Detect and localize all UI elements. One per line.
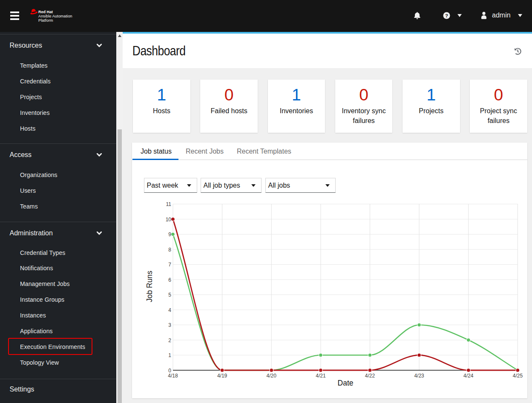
svg-text:4/20: 4/20 bbox=[267, 373, 277, 379]
svg-text:Job Runs: Job Runs bbox=[145, 271, 154, 302]
svg-text:4/21: 4/21 bbox=[316, 373, 326, 379]
svg-text:?: ? bbox=[445, 13, 448, 18]
svg-text:5: 5 bbox=[168, 292, 171, 298]
svg-text:7: 7 bbox=[168, 262, 171, 268]
svg-text:8: 8 bbox=[168, 247, 171, 253]
svg-text:1: 1 bbox=[168, 352, 171, 358]
svg-text:2: 2 bbox=[168, 337, 171, 343]
svg-text:10: 10 bbox=[166, 217, 172, 223]
svg-text:6: 6 bbox=[168, 277, 171, 283]
svg-text:4/23: 4/23 bbox=[414, 373, 424, 379]
svg-text:11: 11 bbox=[166, 201, 172, 207]
svg-text:3: 3 bbox=[168, 322, 171, 328]
svg-text:4/25: 4/25 bbox=[513, 373, 523, 379]
svg-text:4/22: 4/22 bbox=[365, 373, 375, 379]
svg-text:4/18: 4/18 bbox=[168, 373, 178, 379]
svg-text:9: 9 bbox=[168, 232, 171, 237]
svg-text:4/19: 4/19 bbox=[217, 373, 227, 379]
svg-text:4/24: 4/24 bbox=[463, 373, 474, 379]
svg-text:Date: Date bbox=[338, 379, 354, 387]
svg-text:4: 4 bbox=[168, 307, 171, 313]
